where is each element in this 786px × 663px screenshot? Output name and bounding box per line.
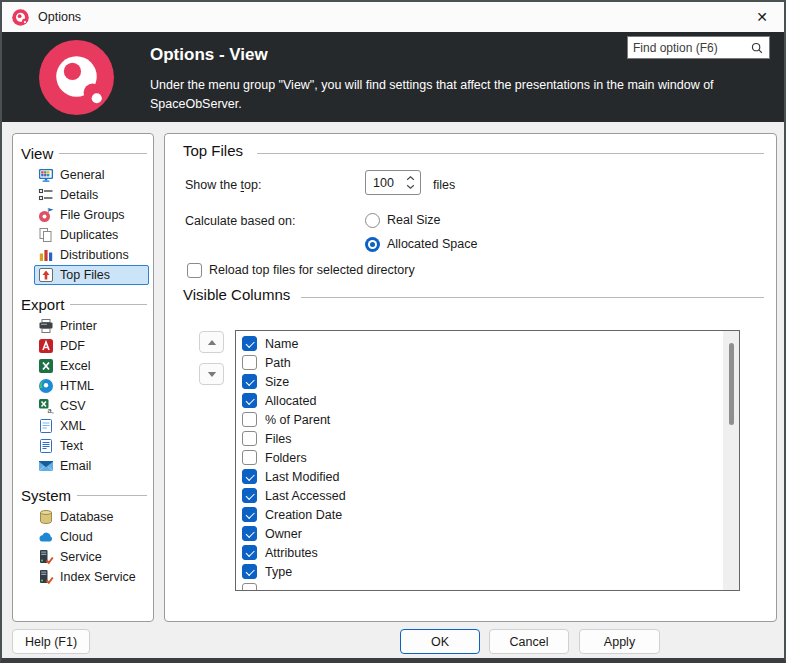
visible-columns-rows: NamePathSizeAllocated% of ParentFilesFol…: [236, 331, 739, 591]
sidebar-item-label: Database: [60, 510, 114, 524]
checkbox-icon: [242, 336, 257, 351]
column-label: Creation Date: [265, 508, 342, 522]
checkbox-icon: [242, 583, 257, 591]
sidebar-item-label: General: [60, 168, 104, 182]
sidebar-item-label: XML: [60, 419, 86, 433]
sidebar-item-excel[interactable]: Excel: [34, 356, 149, 376]
sidebar-item-distributions[interactable]: Distributions: [34, 245, 149, 265]
list-scrollbar[interactable]: [723, 331, 739, 590]
checkbox-icon: [242, 507, 257, 522]
apply-button[interactable]: Apply: [579, 629, 660, 654]
options-dialog: Options ✕ Options - View Under the menu …: [0, 0, 786, 663]
sidebar-item-csv[interactable]: a,CSV: [34, 396, 149, 416]
column-row-size[interactable]: Size: [242, 372, 739, 391]
sidebar-group-label: View: [21, 145, 53, 162]
spinner-value: 100: [366, 176, 405, 190]
checkbox-icon: [242, 412, 257, 427]
column-label: Size: [265, 375, 289, 389]
close-icon[interactable]: ✕: [740, 2, 784, 32]
section-divider: [301, 297, 764, 298]
page-description: Under the menu group "View", you will fi…: [150, 76, 730, 114]
sidebar-item-printer[interactable]: Printer: [34, 316, 149, 336]
sidebar-item-email[interactable]: Email: [34, 456, 149, 476]
column-row-partial[interactable]: [242, 581, 739, 591]
cancel-button[interactable]: Cancel: [489, 629, 569, 654]
index-service-check-icon: [38, 569, 54, 585]
group-divider-line: [59, 153, 147, 154]
column-label: Owner: [265, 527, 302, 541]
column-row-owner[interactable]: Owner: [242, 524, 739, 543]
column-row-folders[interactable]: Folders: [242, 448, 739, 467]
svg-text:a,: a,: [48, 406, 54, 415]
column-row-last-accessed[interactable]: Last Accessed: [242, 486, 739, 505]
sidebar-item-general[interactable]: General: [34, 165, 149, 185]
service-check-icon: [38, 549, 54, 565]
sidebar-item-pdf[interactable]: PDF: [34, 336, 149, 356]
file-groups-icon: [38, 207, 54, 223]
column-label: Type: [265, 565, 292, 579]
sidebar-item-label: Distributions: [60, 248, 129, 262]
checkbox-icon: [242, 526, 257, 541]
column-row--of-parent[interactable]: % of Parent: [242, 410, 739, 429]
dialog-body: ViewGeneralDetailsFile GroupsDuplicatesD…: [2, 122, 784, 658]
sidebar-item-xml[interactable]: XML: [34, 416, 149, 436]
sidebar-item-label: CSV: [60, 399, 86, 413]
sidebar-group-label: System: [21, 487, 71, 504]
column-label: % of Parent: [265, 413, 330, 427]
sidebar-item-label: File Groups: [60, 208, 125, 222]
checkbox-icon: [242, 393, 257, 408]
sidebar-item-top-files[interactable]: Top Files: [34, 265, 149, 285]
checkbox-icon: [242, 564, 257, 579]
triangle-down-icon: [207, 371, 217, 378]
column-row-allocated[interactable]: Allocated: [242, 391, 739, 410]
checkbox-icon: [242, 374, 257, 389]
sidebar-item-label: Email: [60, 459, 91, 473]
spaceobserver-logo-icon: [38, 39, 115, 116]
csv-icon: a,: [38, 398, 54, 414]
column-row-creation-date[interactable]: Creation Date: [242, 505, 739, 524]
sidebar-item-service[interactable]: Service: [34, 547, 149, 567]
email-envelope-icon: [38, 458, 54, 474]
move-column-up-button[interactable]: [199, 331, 224, 353]
sidebar-item-label: Service: [60, 550, 102, 564]
radio-label: Real Size: [387, 213, 441, 227]
ok-button[interactable]: OK: [400, 629, 480, 654]
checkbox-icon: [187, 263, 202, 278]
titlebar: Options ✕: [2, 2, 784, 32]
column-row-last-modified[interactable]: Last Modified: [242, 467, 739, 486]
sidebar-item-label: Excel: [60, 359, 91, 373]
dialog-header: Options - View Under the menu group "Vie…: [2, 32, 784, 122]
app-logo-icon: [12, 9, 29, 26]
radio-real-size[interactable]: Real Size: [365, 211, 477, 229]
column-row-name[interactable]: Name: [242, 334, 739, 353]
sidebar-item-label: PDF: [60, 339, 85, 353]
visible-columns-section-title: Visible Columns: [183, 286, 290, 303]
find-option-input[interactable]: [628, 41, 750, 55]
show-top-spinner[interactable]: 100: [365, 170, 421, 195]
spinner-down-icon[interactable]: [406, 184, 415, 189]
column-row-type[interactable]: Type: [242, 562, 739, 581]
radio-allocated-space[interactable]: Allocated Space: [365, 235, 477, 253]
search-icon[interactable]: [750, 41, 764, 55]
column-row-files[interactable]: Files: [242, 429, 739, 448]
sidebar-item-html[interactable]: HTML: [34, 376, 149, 396]
sidebar-item-text[interactable]: Text: [34, 436, 149, 456]
sidebar-item-label: Cloud: [60, 530, 93, 544]
sidebar-item-details[interactable]: Details: [34, 185, 149, 205]
move-column-down-button[interactable]: [199, 363, 224, 385]
help-button[interactable]: Help (F1): [12, 629, 90, 654]
sidebar-item-duplicates[interactable]: Duplicates: [34, 225, 149, 245]
sidebar-item-label: Top Files: [60, 268, 110, 282]
reload-top-files-checkbox[interactable]: Reload top files for selected directory: [187, 262, 415, 278]
column-row-path[interactable]: Path: [242, 353, 739, 372]
sidebar-item-cloud[interactable]: Cloud: [34, 527, 149, 547]
checkbox-icon: [242, 355, 257, 370]
sidebar-item-database[interactable]: Database: [34, 507, 149, 527]
sidebar-item-file-groups[interactable]: File Groups: [34, 205, 149, 225]
column-label: Files: [265, 432, 291, 446]
scrollbar-thumb[interactable]: [729, 343, 734, 425]
spinner-up-icon[interactable]: [406, 176, 415, 181]
radio-label: Allocated Space: [387, 237, 477, 251]
sidebar-item-index-service[interactable]: Index Service: [34, 567, 149, 587]
column-row-attributes[interactable]: Attributes: [242, 543, 739, 562]
